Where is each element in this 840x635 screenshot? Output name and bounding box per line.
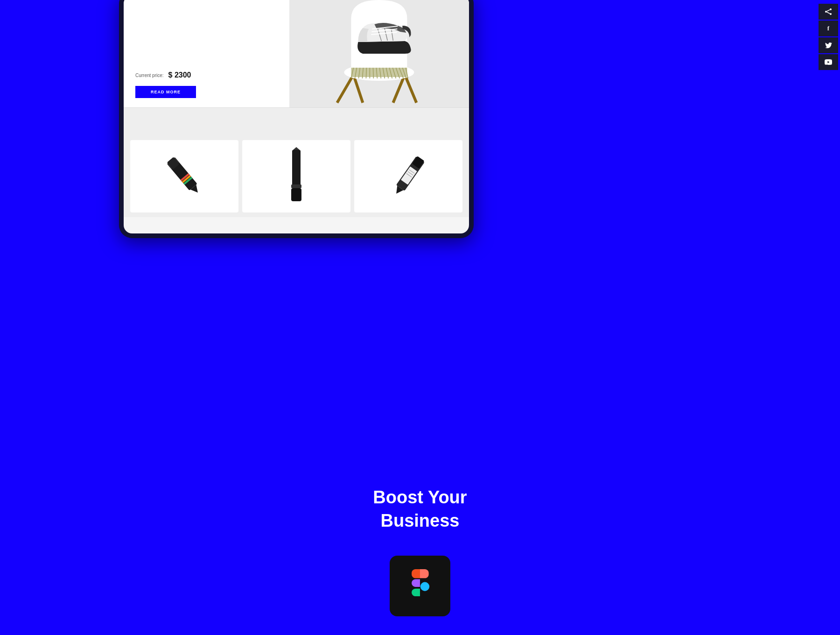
figma-logo-svg: [404, 566, 436, 606]
share-button[interactable]: [819, 4, 838, 20]
thumbnails-section: [124, 135, 469, 217]
price-row: Current price: $ 2300: [135, 71, 278, 79]
svg-point-49: [420, 582, 429, 591]
product-image: [289, 0, 469, 107]
facebook-icon: f: [827, 25, 829, 32]
tablet-screen: Current price: $ 2300 READ MORE: [124, 0, 469, 233]
boost-section: Boost Your Business: [0, 486, 840, 532]
boost-line-2: Business: [381, 511, 460, 530]
figma-icon-container[interactable]: [390, 556, 450, 616]
boost-line-1: Boost Your: [373, 487, 467, 507]
thumbnail-card-3[interactable]: [354, 140, 462, 212]
svg-line-18: [373, 68, 374, 78]
svg-line-3: [827, 10, 830, 11]
youtube-button[interactable]: [819, 54, 838, 70]
product-top-section: Current price: $ 2300 READ MORE: [124, 0, 469, 107]
boost-title: Boost Your Business: [373, 486, 467, 532]
svg-rect-38: [292, 150, 301, 187]
svg-point-0: [830, 8, 832, 10]
tablet-frame: Current price: $ 2300 READ MORE: [119, 0, 474, 238]
svg-rect-40: [291, 184, 301, 188]
price-value: $ 2300: [168, 71, 191, 79]
svg-line-16: [366, 68, 367, 78]
price-label: Current price:: [135, 73, 164, 78]
thumbnail-card-1[interactable]: [130, 140, 238, 212]
thumbnail-card-2[interactable]: [242, 140, 350, 212]
svg-rect-39: [291, 188, 301, 201]
social-sidebar: f: [817, 0, 840, 74]
svg-point-2: [830, 13, 832, 15]
twitter-button[interactable]: [819, 37, 838, 53]
divider-section: [124, 107, 469, 135]
facebook-button[interactable]: f: [819, 21, 838, 36]
read-more-button[interactable]: READ MORE: [135, 86, 196, 98]
product-info: Current price: $ 2300 READ MORE: [124, 0, 289, 107]
svg-point-1: [825, 11, 827, 13]
svg-line-4: [827, 12, 830, 14]
